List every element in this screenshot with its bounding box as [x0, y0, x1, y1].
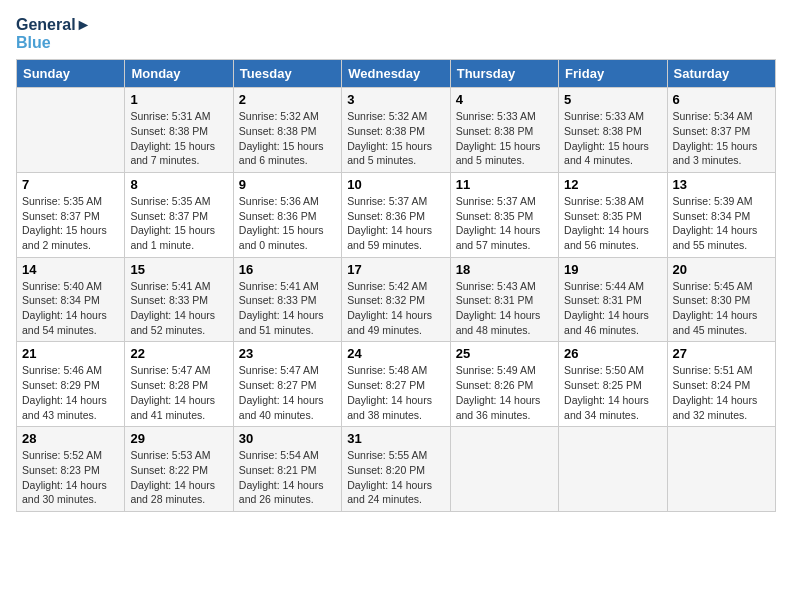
day-info: Sunrise: 5:33 AMSunset: 8:38 PMDaylight:…: [456, 109, 553, 168]
calendar-cell: 12Sunrise: 5:38 AMSunset: 8:35 PMDayligh…: [559, 172, 667, 257]
day-info: Sunrise: 5:40 AMSunset: 8:34 PMDaylight:…: [22, 279, 119, 338]
day-number: 29: [130, 431, 227, 446]
day-info: Sunrise: 5:44 AMSunset: 8:31 PMDaylight:…: [564, 279, 661, 338]
day-number: 5: [564, 92, 661, 107]
day-info: Sunrise: 5:49 AMSunset: 8:26 PMDaylight:…: [456, 363, 553, 422]
day-info: Sunrise: 5:35 AMSunset: 8:37 PMDaylight:…: [22, 194, 119, 253]
calendar-cell: 8Sunrise: 5:35 AMSunset: 8:37 PMDaylight…: [125, 172, 233, 257]
day-info: Sunrise: 5:54 AMSunset: 8:21 PMDaylight:…: [239, 448, 336, 507]
day-info: Sunrise: 5:31 AMSunset: 8:38 PMDaylight:…: [130, 109, 227, 168]
day-number: 31: [347, 431, 444, 446]
calendar-cell: 17Sunrise: 5:42 AMSunset: 8:32 PMDayligh…: [342, 257, 450, 342]
day-info: Sunrise: 5:36 AMSunset: 8:36 PMDaylight:…: [239, 194, 336, 253]
calendar-cell: 23Sunrise: 5:47 AMSunset: 8:27 PMDayligh…: [233, 342, 341, 427]
weekday-header: Monday: [125, 60, 233, 88]
day-number: 23: [239, 346, 336, 361]
day-info: Sunrise: 5:38 AMSunset: 8:35 PMDaylight:…: [564, 194, 661, 253]
calendar-cell: 10Sunrise: 5:37 AMSunset: 8:36 PMDayligh…: [342, 172, 450, 257]
calendar-week-row: 14Sunrise: 5:40 AMSunset: 8:34 PMDayligh…: [17, 257, 776, 342]
day-number: 16: [239, 262, 336, 277]
day-info: Sunrise: 5:37 AMSunset: 8:35 PMDaylight:…: [456, 194, 553, 253]
day-number: 20: [673, 262, 770, 277]
day-info: Sunrise: 5:50 AMSunset: 8:25 PMDaylight:…: [564, 363, 661, 422]
day-number: 13: [673, 177, 770, 192]
calendar-cell: 5Sunrise: 5:33 AMSunset: 8:38 PMDaylight…: [559, 88, 667, 173]
day-info: Sunrise: 5:32 AMSunset: 8:38 PMDaylight:…: [347, 109, 444, 168]
calendar-week-row: 1Sunrise: 5:31 AMSunset: 8:38 PMDaylight…: [17, 88, 776, 173]
day-number: 25: [456, 346, 553, 361]
day-info: Sunrise: 5:35 AMSunset: 8:37 PMDaylight:…: [130, 194, 227, 253]
calendar-cell: 22Sunrise: 5:47 AMSunset: 8:28 PMDayligh…: [125, 342, 233, 427]
day-info: Sunrise: 5:34 AMSunset: 8:37 PMDaylight:…: [673, 109, 770, 168]
calendar-cell: 28Sunrise: 5:52 AMSunset: 8:23 PMDayligh…: [17, 427, 125, 512]
calendar-week-row: 21Sunrise: 5:46 AMSunset: 8:29 PMDayligh…: [17, 342, 776, 427]
day-info: Sunrise: 5:43 AMSunset: 8:31 PMDaylight:…: [456, 279, 553, 338]
day-info: Sunrise: 5:55 AMSunset: 8:20 PMDaylight:…: [347, 448, 444, 507]
logo-line2: Blue: [16, 34, 91, 52]
calendar-cell: 15Sunrise: 5:41 AMSunset: 8:33 PMDayligh…: [125, 257, 233, 342]
calendar-cell: 7Sunrise: 5:35 AMSunset: 8:37 PMDaylight…: [17, 172, 125, 257]
day-info: Sunrise: 5:33 AMSunset: 8:38 PMDaylight:…: [564, 109, 661, 168]
day-info: Sunrise: 5:51 AMSunset: 8:24 PMDaylight:…: [673, 363, 770, 422]
day-info: Sunrise: 5:32 AMSunset: 8:38 PMDaylight:…: [239, 109, 336, 168]
calendar-week-row: 7Sunrise: 5:35 AMSunset: 8:37 PMDaylight…: [17, 172, 776, 257]
day-info: Sunrise: 5:48 AMSunset: 8:27 PMDaylight:…: [347, 363, 444, 422]
weekday-header: Sunday: [17, 60, 125, 88]
day-info: Sunrise: 5:47 AMSunset: 8:27 PMDaylight:…: [239, 363, 336, 422]
weekday-header: Friday: [559, 60, 667, 88]
calendar-cell: 1Sunrise: 5:31 AMSunset: 8:38 PMDaylight…: [125, 88, 233, 173]
day-info: Sunrise: 5:47 AMSunset: 8:28 PMDaylight:…: [130, 363, 227, 422]
day-number: 10: [347, 177, 444, 192]
weekday-header: Saturday: [667, 60, 775, 88]
logo-container: General► Blue: [16, 16, 91, 51]
day-info: Sunrise: 5:52 AMSunset: 8:23 PMDaylight:…: [22, 448, 119, 507]
day-number: 22: [130, 346, 227, 361]
weekday-header-row: SundayMondayTuesdayWednesdayThursdayFrid…: [17, 60, 776, 88]
day-number: 24: [347, 346, 444, 361]
day-info: Sunrise: 5:46 AMSunset: 8:29 PMDaylight:…: [22, 363, 119, 422]
calendar-cell: 18Sunrise: 5:43 AMSunset: 8:31 PMDayligh…: [450, 257, 558, 342]
day-info: Sunrise: 5:41 AMSunset: 8:33 PMDaylight:…: [239, 279, 336, 338]
day-number: 21: [22, 346, 119, 361]
day-number: 11: [456, 177, 553, 192]
day-number: 18: [456, 262, 553, 277]
calendar-cell: [17, 88, 125, 173]
day-number: 4: [456, 92, 553, 107]
calendar-cell: 13Sunrise: 5:39 AMSunset: 8:34 PMDayligh…: [667, 172, 775, 257]
logo: General► Blue: [16, 16, 91, 51]
day-number: 14: [22, 262, 119, 277]
calendar-cell: [667, 427, 775, 512]
calendar-cell: 14Sunrise: 5:40 AMSunset: 8:34 PMDayligh…: [17, 257, 125, 342]
day-info: Sunrise: 5:45 AMSunset: 8:30 PMDaylight:…: [673, 279, 770, 338]
day-number: 15: [130, 262, 227, 277]
weekday-header: Thursday: [450, 60, 558, 88]
day-number: 28: [22, 431, 119, 446]
day-number: 8: [130, 177, 227, 192]
calendar-cell: 25Sunrise: 5:49 AMSunset: 8:26 PMDayligh…: [450, 342, 558, 427]
day-number: 12: [564, 177, 661, 192]
calendar-cell: [559, 427, 667, 512]
calendar-cell: [450, 427, 558, 512]
day-number: 1: [130, 92, 227, 107]
calendar-cell: 26Sunrise: 5:50 AMSunset: 8:25 PMDayligh…: [559, 342, 667, 427]
calendar-cell: 31Sunrise: 5:55 AMSunset: 8:20 PMDayligh…: [342, 427, 450, 512]
calendar-cell: 9Sunrise: 5:36 AMSunset: 8:36 PMDaylight…: [233, 172, 341, 257]
day-number: 6: [673, 92, 770, 107]
day-number: 7: [22, 177, 119, 192]
calendar-cell: 24Sunrise: 5:48 AMSunset: 8:27 PMDayligh…: [342, 342, 450, 427]
day-info: Sunrise: 5:39 AMSunset: 8:34 PMDaylight:…: [673, 194, 770, 253]
calendar-cell: 19Sunrise: 5:44 AMSunset: 8:31 PMDayligh…: [559, 257, 667, 342]
calendar-week-row: 28Sunrise: 5:52 AMSunset: 8:23 PMDayligh…: [17, 427, 776, 512]
calendar-cell: 4Sunrise: 5:33 AMSunset: 8:38 PMDaylight…: [450, 88, 558, 173]
calendar-cell: 2Sunrise: 5:32 AMSunset: 8:38 PMDaylight…: [233, 88, 341, 173]
day-number: 9: [239, 177, 336, 192]
calendar-cell: 29Sunrise: 5:53 AMSunset: 8:22 PMDayligh…: [125, 427, 233, 512]
day-info: Sunrise: 5:37 AMSunset: 8:36 PMDaylight:…: [347, 194, 444, 253]
day-number: 27: [673, 346, 770, 361]
calendar-cell: 3Sunrise: 5:32 AMSunset: 8:38 PMDaylight…: [342, 88, 450, 173]
day-number: 19: [564, 262, 661, 277]
day-info: Sunrise: 5:41 AMSunset: 8:33 PMDaylight:…: [130, 279, 227, 338]
calendar-cell: 11Sunrise: 5:37 AMSunset: 8:35 PMDayligh…: [450, 172, 558, 257]
weekday-header: Wednesday: [342, 60, 450, 88]
calendar-cell: 16Sunrise: 5:41 AMSunset: 8:33 PMDayligh…: [233, 257, 341, 342]
